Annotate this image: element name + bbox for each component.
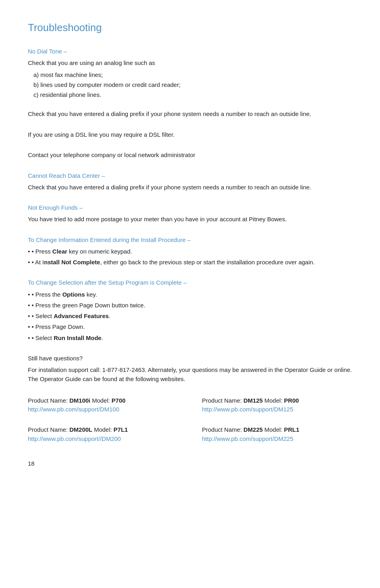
run-install-mode: Run Install Mode [54,334,102,341]
product-dm100i: Product Name: DM100i Model: P700 http://… [28,396,178,414]
list-item-c: c) residential phone lines. [33,90,352,99]
change-selection-list: • Press the Options key. • Press the gre… [28,290,352,342]
change-selection-bullet-5: • Select Run Install Mode. [28,333,352,342]
change-info-bullet-1: • Press Clear key on numeric keypad. [28,247,352,256]
page-title: Troubleshooting [28,20,352,35]
product-dm225-name: Product Name: DM225 Model: PRL1 [202,425,352,434]
product-dm125-name: Product Name: DM125 Model: PR00 [202,396,352,405]
section-not-enough-funds: Not Enough Funds – You have tried to add… [28,203,352,224]
no-dial-tone-p1: Check that you have entered a dialing pr… [28,109,352,118]
footer-section: Still have questions? For installation s… [28,354,352,384]
product-dm100i-link[interactable]: http://www.pb.com/support/DM100 [28,406,119,413]
heading-cannot-reach: Cannot Reach Data Center – [28,171,352,180]
section-change-selection: To Change Selection after the Setup Prog… [28,278,352,342]
section-change-info: To Change Information Entered during the… [28,235,352,267]
support-info: For installation support call: 1-877-817… [28,365,352,384]
product-grid: Product Name: DM100i Model: P700 http://… [28,396,352,444]
advanced-features: Advanced Features [54,313,109,319]
cannot-reach-p1: Check that you have entered a dialing pr… [28,183,352,192]
product-dm200l: Product Name: DM200L Model: P7L1 http://… [28,425,178,443]
product-dm225: Product Name: DM225 Model: PRL1 http://w… [202,425,352,443]
change-selection-bullet-3: • Select Advanced Features. [28,311,352,321]
heading-no-dial-tone: No Dial Tone – [28,47,352,56]
no-dial-tone-p3: Contact your telephone company or local … [28,150,352,159]
product-dm100i-name: Product Name: DM100i Model: P700 [28,396,178,405]
list-item-b: b) lines used by computer modem or credi… [33,80,352,89]
no-dial-tone-p2: If you are using a DSL line you may requ… [28,130,352,139]
product-dm225-link[interactable]: http://www.pb.com/support/DM225 [202,435,293,442]
still-have-questions: Still have questions? [28,354,352,363]
options-key: Options [62,291,85,298]
change-selection-bullet-2: • Press the green Page Down button twice… [28,301,352,310]
no-dial-tone-intro: Check that you are using an analog line … [28,58,352,67]
page-number: 18 [28,459,352,468]
not-enough-funds-p1: You have tried to add more postage to yo… [28,214,352,224]
page-container: Troubleshooting No Dial Tone – Check tha… [0,0,380,492]
heading-change-selection: To Change Selection after the Setup Prog… [28,278,352,287]
product-dm125-link[interactable]: http://www.pb.com/support/DM125 [202,406,293,413]
change-selection-bullet-4: • Press Page Down. [28,322,352,331]
section-cannot-reach: Cannot Reach Data Center – Check that yo… [28,171,352,192]
product-dm200l-link[interactable]: http://www.pb.com/support//DM200 [28,435,121,442]
heading-not-enough-funds: Not Enough Funds – [28,203,352,212]
product-dm200l-name: Product Name: DM200L Model: P7L1 [28,425,178,434]
no-dial-tone-list: a) most fax machine lines; b) lines used… [33,70,352,100]
clear-key: Clear [52,248,67,255]
heading-change-info: To Change Information Entered during the… [28,235,352,244]
change-info-bullet-2: • At Install Not Complete, either go bac… [28,258,352,267]
list-item-a: a) most fax machine lines; [33,70,352,79]
product-dm125: Product Name: DM125 Model: PR00 http://w… [202,396,352,414]
section-no-dial-tone: No Dial Tone – Check that you are using … [28,47,352,160]
install-not-complete: nstall Not Complete [44,259,100,265]
change-selection-bullet-1: • Press the Options key. [28,290,352,299]
change-info-list: • Press Clear key on numeric keypad. • A… [28,247,352,267]
